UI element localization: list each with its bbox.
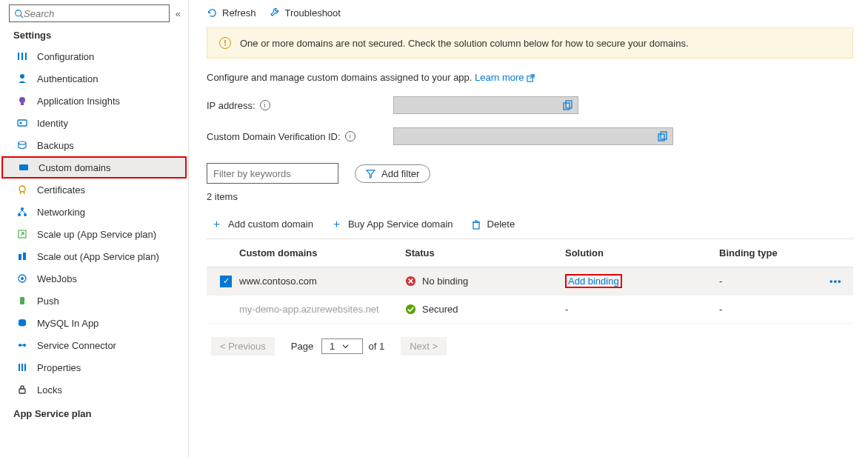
description-text: Configure and manage custom domains assi…: [207, 72, 475, 83]
copy-icon[interactable]: [658, 131, 668, 141]
sidebar-item-label: Properties: [37, 362, 81, 373]
troubleshoot-button[interactable]: Troubleshoot: [270, 7, 341, 19]
info-icon[interactable]: i: [260, 100, 270, 110]
delete-button[interactable]: Delete: [471, 219, 515, 230]
sidebar-heading-appservice: App Service plan: [0, 401, 188, 419]
add-binding-link[interactable]: Add binding: [565, 274, 622, 288]
sidebar-search-row: «: [0, 0, 188, 27]
wrench-icon: [270, 7, 281, 19]
add-domain-label: Add custom domain: [228, 219, 313, 230]
svg-rect-21: [20, 297, 24, 304]
col-domain[interactable]: Custom domains: [239, 247, 405, 258]
sidebar-search[interactable]: [9, 4, 170, 22]
sidebar-item-properties[interactable]: Properties: [0, 356, 188, 378]
cell-binding: -: [719, 304, 829, 315]
next-page-button[interactable]: Next >: [401, 337, 447, 356]
sidebar-scroll: Settings Configuration Authentication Ap…: [0, 27, 188, 457]
sidebar-item-mysql[interactable]: MySQL In App: [0, 312, 188, 334]
col-solution[interactable]: Solution: [565, 247, 719, 258]
cell-binding: -: [719, 276, 829, 287]
cell-status: No binding: [422, 276, 468, 287]
row-more-button[interactable]: •••: [829, 276, 850, 287]
sidebar-item-label: Backups: [37, 140, 74, 151]
sidebar-item-label: Custom domains: [39, 162, 111, 173]
col-binding[interactable]: Binding type: [719, 247, 829, 258]
sidebar-item-label: Networking: [37, 207, 85, 218]
table-row[interactable]: my-demo-app.azurewebsites.net Secured - …: [207, 296, 853, 324]
troubleshoot-label: Troubleshoot: [285, 7, 341, 19]
sidebar-item-service-connector[interactable]: Service Connector: [0, 334, 188, 356]
refresh-label: Refresh: [222, 7, 256, 19]
sidebar-item-networking[interactable]: Networking: [0, 201, 188, 223]
verification-id-value[interactable]: [393, 127, 673, 145]
sliders-icon: [16, 50, 28, 62]
info-icon[interactable]: i: [345, 131, 355, 141]
sidebar-item-label: Scale out (App Service plan): [37, 251, 159, 262]
sidebar-item-certificates[interactable]: Certificates: [0, 179, 188, 201]
svg-rect-17: [19, 254, 21, 260]
prev-page-button[interactable]: < Previous: [211, 337, 275, 356]
svg-rect-11: [19, 164, 28, 170]
connector-icon: [16, 339, 28, 351]
svg-point-13: [18, 213, 21, 216]
plus-icon: ＋: [331, 217, 342, 231]
svg-rect-31: [566, 101, 572, 108]
refresh-button[interactable]: Refresh: [207, 7, 256, 19]
cell-status: Secured: [422, 304, 458, 315]
table-row[interactable]: ✓ www.contoso.com No binding Add binding…: [207, 267, 853, 296]
buy-domain-button[interactable]: ＋ Buy App Service domain: [331, 217, 453, 231]
table-actions: ＋ Add custom domain ＋ Buy App Service do…: [207, 213, 853, 238]
verification-id-label: Custom Domain Verification ID: i: [207, 131, 393, 142]
svg-point-5: [20, 74, 24, 79]
toolbar: Refresh Troubleshoot: [207, 0, 853, 27]
sidebar-item-webjobs[interactable]: WebJobs: [0, 267, 188, 290]
sidebar-item-label: WebJobs: [37, 273, 77, 284]
sidebar-item-configuration[interactable]: Configuration: [0, 45, 188, 67]
add-filter-button[interactable]: Add filter: [355, 164, 430, 183]
sidebar-search-input[interactable]: [24, 8, 164, 19]
scaleout-icon: [16, 250, 28, 262]
sidebar-item-custom-domains[interactable]: Custom domains: [1, 156, 187, 179]
plus-icon: ＋: [211, 217, 222, 231]
svg-point-9: [20, 122, 22, 124]
mysql-icon: [16, 317, 28, 329]
cert-icon: [16, 184, 28, 196]
sidebar-item-label: Scale up (App Service plan): [37, 229, 156, 240]
add-custom-domain-button[interactable]: ＋ Add custom domain: [211, 217, 313, 231]
sidebar-item-scale-out[interactable]: Scale out (App Service plan): [0, 245, 188, 267]
sidebar-item-label: Configuration: [37, 51, 94, 62]
svg-rect-34: [658, 134, 664, 141]
checkbox[interactable]: ✓: [220, 276, 232, 287]
sidebar-item-label: MySQL In App: [37, 318, 99, 329]
sidebar-item-authentication[interactable]: Authentication: [0, 67, 188, 90]
copy-icon[interactable]: [563, 100, 573, 110]
learn-more-link[interactable]: Learn more: [475, 72, 535, 83]
page-select[interactable]: 1: [321, 338, 363, 354]
pagination: < Previous Page 1 of 1 Next >: [207, 324, 853, 356]
warning-icon: !: [219, 37, 231, 49]
svg-rect-18: [23, 253, 26, 260]
verification-id-row: Custom Domain Verification ID: i: [207, 127, 853, 145]
ip-address-value[interactable]: [393, 96, 578, 114]
backup-icon: [16, 139, 28, 151]
filter-input[interactable]: [213, 168, 338, 179]
delete-label: Delete: [487, 219, 515, 230]
page-label: Page 1 of 1: [291, 338, 384, 354]
svg-point-10: [19, 141, 26, 144]
cell-domain: my-demo-app.azurewebsites.net: [239, 304, 405, 315]
filter-input-box[interactable]: [207, 163, 338, 184]
svg-rect-37: [473, 222, 479, 229]
sidebar-item-appinsights[interactable]: Application Insights: [0, 90, 188, 112]
sidebar-item-locks[interactable]: Locks: [0, 378, 188, 401]
sidebar-item-backups[interactable]: Backups: [0, 134, 188, 156]
sidebar-item-push[interactable]: Push: [0, 290, 188, 312]
collapse-sidebar-icon[interactable]: «: [174, 7, 182, 21]
filter-row: Add filter: [207, 163, 853, 184]
person-icon: [16, 73, 28, 84]
sidebar-item-identity[interactable]: Identity: [0, 112, 188, 134]
props-icon: [16, 361, 28, 373]
col-status[interactable]: Status: [405, 247, 565, 258]
alert-text: One or more domains are not secured. Che…: [240, 38, 689, 49]
svg-point-14: [24, 213, 27, 216]
sidebar-item-scale-up[interactable]: Scale up (App Service plan): [0, 223, 188, 245]
